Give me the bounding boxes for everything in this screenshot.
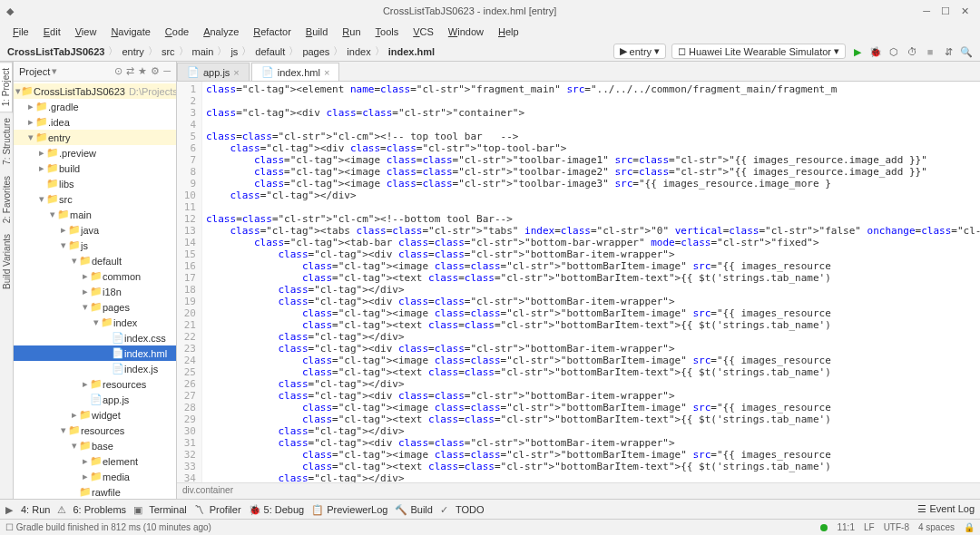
menu-item[interactable]: View (70, 24, 103, 39)
hide-icon[interactable]: ─ (163, 65, 171, 77)
menu-item[interactable]: Edit (38, 24, 66, 39)
menubar: FileEditViewNavigateCodeAnalyzeRefactorB… (0, 22, 980, 42)
menu-item[interactable]: Code (160, 24, 194, 39)
tree-node[interactable]: ▸📁media (14, 469, 176, 484)
code-area[interactable]: class="cl-tag"><element name=class="cl-s… (202, 82, 980, 482)
tree-node[interactable]: ▸📁resources (14, 376, 176, 392)
tree-node[interactable]: ▾📁js (14, 238, 176, 253)
tree-node[interactable]: ▸📁.idea (14, 114, 176, 130)
stop-icon[interactable]: ■ (924, 45, 936, 58)
menu-item[interactable]: VCS (407, 24, 439, 39)
tree-node[interactable]: ▾📁src (14, 191, 176, 207)
breadcrumb-item[interactable]: index (347, 46, 370, 57)
tool-window-tab[interactable]: 🔨Build (395, 503, 432, 516)
project-panel: Project ▾ ⊙ ⇄ ★ ⚙ ─ ▾📁CrossListTabJS0623… (14, 62, 177, 499)
run-config-entry[interactable]: ▶ entry ▾ (613, 44, 666, 59)
profile-icon[interactable]: ⏱ (906, 45, 918, 58)
tool-window-tab[interactable]: 🐞5: Debug (249, 503, 305, 516)
tree-node[interactable]: ▾📁main (14, 207, 176, 222)
tree-node[interactable]: ▾📁base (14, 438, 176, 453)
tree-node[interactable]: ▾📁default (14, 253, 176, 268)
coverage-icon[interactable]: ⬡ (887, 45, 900, 58)
editor-crumb[interactable]: div.container (177, 482, 980, 499)
tree-node[interactable]: ▸📁i18n (14, 284, 176, 299)
menu-item[interactable]: Navigate (105, 24, 155, 39)
navbar: CrossListTabJS0623〉entry〉src〉main〉js〉def… (0, 42, 980, 62)
menu-item[interactable]: Window (443, 24, 489, 39)
tree-node[interactable]: ▸📁build (14, 160, 176, 176)
tree-node[interactable]: ▸📁.gradle (14, 99, 176, 114)
breadcrumb-item[interactable]: js (230, 46, 238, 57)
side-tab[interactable]: 7: Structure (1, 112, 13, 170)
maximize-icon[interactable]: ☐ (941, 5, 950, 17)
tree-node[interactable]: ▾📁entry (14, 130, 176, 145)
editor-tabs: 📄app.js×📄index.hml× (177, 62, 980, 82)
tree-node[interactable]: 📄index.hml (14, 345, 176, 361)
side-tab[interactable]: 2: Favorites (1, 170, 13, 229)
breadcrumb-item[interactable]: src (162, 46, 175, 57)
minimize-icon[interactable]: ─ (923, 5, 930, 17)
status-icon: ☐ (5, 522, 14, 532)
breadcrumb-item[interactable]: entry (122, 46, 143, 57)
close-icon[interactable]: × (324, 67, 329, 78)
project-dropdown-icon[interactable]: ▾ (52, 65, 57, 77)
side-tab[interactable]: 1: Project (0, 62, 13, 112)
tool-window-tab[interactable]: ⚠6: Problems (57, 503, 126, 516)
menu-item[interactable]: File (7, 24, 34, 39)
close-icon[interactable]: × (233, 67, 239, 78)
encoding[interactable]: UTF-8 (884, 522, 909, 532)
menu-item[interactable]: Tools (370, 24, 405, 39)
breadcrumb-item[interactable]: default (255, 46, 285, 57)
line-ending[interactable]: LF (864, 522, 875, 532)
project-tool-icon[interactable]: ⇄ (126, 65, 134, 77)
breadcrumb-item[interactable]: CrossListTabJS0623 (7, 46, 104, 57)
tree-node[interactable]: ▸📁element (14, 453, 176, 469)
tree-node[interactable]: 📁libs (14, 176, 176, 191)
tree-node[interactable]: 📄app.js (14, 392, 176, 407)
editor-tab[interactable]: 📄index.hml× (251, 63, 340, 81)
tree-node[interactable]: ▾📁CrossListTabJS0623D:\Projects\Tem\Cro (14, 83, 176, 99)
search-icon[interactable]: 🔍 (960, 45, 973, 58)
inspect-icon[interactable]: 🔒 (964, 522, 975, 532)
tool-window-tab[interactable]: ✓TODO (440, 503, 485, 516)
run-config-device[interactable]: ◻ Huawei Lite Wearable Simulator ▾ (671, 44, 846, 59)
tree-node[interactable]: ▾📁index (14, 315, 176, 330)
tree-node[interactable]: ▸📁java (14, 222, 176, 238)
close-icon[interactable]: ✕ (961, 5, 969, 17)
window-title: CrossListTabJS0623 - index.hml [entry] (16, 5, 923, 16)
run-icon[interactable]: ▶ (851, 45, 864, 58)
tool-window-tab[interactable]: 📋PreviewerLog (311, 503, 387, 516)
menu-item[interactable]: Analyze (198, 24, 244, 39)
caret-position[interactable]: 11:1 (837, 522, 854, 532)
tree-node[interactable]: ▸📁.preview (14, 145, 176, 160)
project-tool-icon[interactable]: ★ (138, 65, 147, 77)
gear-icon[interactable]: ⚙ (151, 65, 160, 77)
tree-node[interactable]: ▸📁widget (14, 407, 176, 423)
side-tab[interactable]: Build Variants (1, 229, 13, 295)
breadcrumb-item[interactable]: index.hml (388, 46, 435, 57)
menu-item[interactable]: Run (337, 24, 366, 39)
tool-window-tab[interactable]: 〽Profiler (194, 503, 241, 516)
tree-node[interactable]: 📁rawfile (14, 484, 176, 499)
event-log-tab[interactable]: ☰ Event Log (917, 503, 975, 515)
vcs-icon[interactable]: ⇵ (942, 45, 955, 58)
status-message: Gradle build finished in 812 ms (10 minu… (16, 522, 211, 532)
tool-window-tab[interactable]: ▣Terminal (133, 503, 187, 516)
project-title: Project (19, 66, 50, 77)
breadcrumb-item[interactable]: main (192, 46, 214, 57)
tree-node[interactable]: ▾📁pages (14, 299, 176, 315)
tree-node[interactable]: 📄index.css (14, 330, 176, 345)
editor-tab[interactable]: 📄app.js× (177, 63, 250, 81)
tree-node[interactable]: ▾📁resources (14, 423, 176, 438)
menu-item[interactable]: Build (300, 24, 333, 39)
menu-item[interactable]: Help (493, 24, 524, 39)
breadcrumb-item[interactable]: pages (302, 46, 329, 57)
debug-icon[interactable]: 🐞 (869, 45, 882, 58)
indent[interactable]: 4 spaces (918, 522, 955, 532)
tree-node[interactable]: ▸📁common (14, 268, 176, 284)
tree-node[interactable]: 📄index.js (14, 361, 176, 376)
menu-item[interactable]: Refactor (248, 24, 297, 39)
tool-window-tab[interactable]: ▶4: Run (5, 503, 50, 516)
project-tool-icon[interactable]: ⊙ (114, 65, 122, 77)
project-tree[interactable]: ▾📁CrossListTabJS0623D:\Projects\Tem\Cro▸… (14, 82, 176, 499)
